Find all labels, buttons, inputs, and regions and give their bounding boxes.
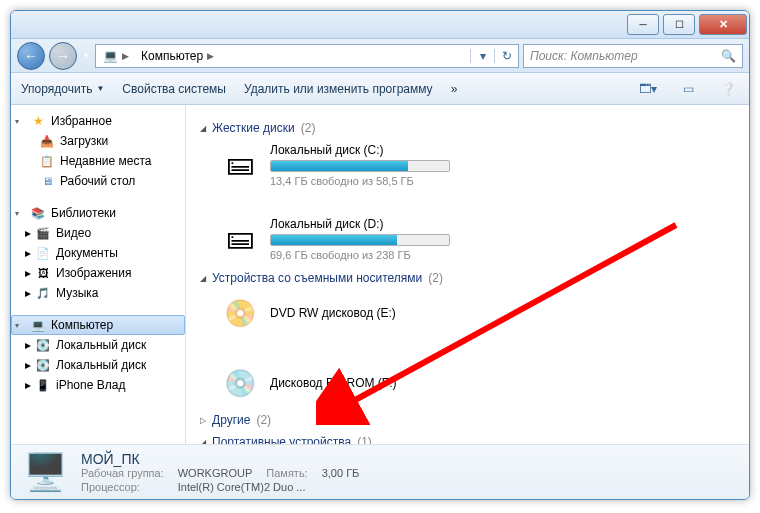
expand-icon: ▷ [200,416,206,425]
memory-value: 3,00 ГБ [322,467,360,479]
content-pane: ◢ Жесткие диски (2) 🖴 Локальный диск (C:… [186,105,749,444]
collapse-icon: ▾ [15,117,25,126]
forward-button[interactable]: → [49,42,77,70]
expand-icon: ▸ [25,266,31,280]
recent-icon [39,153,55,169]
favorites-group[interactable]: ▾ ★ Избранное [11,111,185,131]
dropdown-icon[interactable]: ▾ [470,49,494,63]
cpu-value: Intel(R) Core(TM)2 Duo ... [178,481,360,493]
capacity-bar [270,160,450,172]
phone-icon [35,377,51,393]
address-label: Компьютер [141,49,203,63]
cpu-label: Процессор: [81,481,164,493]
drive-bdrom[interactable]: 💿 Дисковод BD-ROM (F:) [220,363,480,403]
star-icon: ★ [30,113,46,129]
address-root[interactable]: 💻 ▶ [96,45,135,67]
history-dropdown[interactable]: ▾ [81,51,91,60]
chevron-right-icon: ▶ [207,51,214,61]
system-properties-button[interactable]: Свойства системы [122,82,226,96]
sidebar-item-disk-d[interactable]: ▸Локальный диск [11,355,185,375]
computer-icon: 💻 [102,48,118,64]
video-icon [35,225,51,241]
sidebar-item-videos[interactable]: ▸Видео [11,223,185,243]
address-segment-computer[interactable]: Компьютер ▶ [135,45,220,67]
library-icon [30,205,46,221]
overflow-button[interactable]: » [451,82,458,96]
details-name: МОЙ_ПК [81,451,359,467]
collapse-icon: ▾ [15,321,25,330]
sidebar-item-iphone[interactable]: ▸iPhone Влад [11,375,185,395]
group-portable[interactable]: ◢ Портативные устройства (1) [200,435,735,444]
expand-icon: ▸ [25,286,31,300]
expand-icon: ▸ [25,378,31,392]
disk-icon [35,357,51,373]
explorer-window: ← → ▾ 💻 ▶ Компьютер ▶ ▾ ↻ Поиск: Компьют… [10,10,750,500]
downloads-icon [39,133,55,149]
search-icon[interactable]: 🔍 [721,49,736,63]
sidebar-item-disk-c[interactable]: ▸Локальный диск [11,335,185,355]
hdd-icon: 🖴 [220,217,260,257]
collapse-icon: ◢ [200,438,206,445]
drive-dvd[interactable]: 📀 DVD RW дисковод (E:) [220,293,480,333]
capacity-bar [270,234,450,246]
nav-bar: ← → ▾ 💻 ▶ Компьютер ▶ ▾ ↻ Поиск: Компьют… [11,39,749,73]
command-bar: Упорядочить▼ Свойства системы Удалить ил… [11,73,749,105]
minimize-button[interactable] [627,14,659,35]
expand-icon: ▸ [25,246,31,260]
preview-pane-button[interactable]: ▭ [677,78,699,100]
details-pane: 🖥️ МОЙ_ПК Рабочая группа: WORKGROUP Памя… [11,444,749,499]
expand-icon: ▸ [25,226,31,240]
desktop-icon [39,173,55,189]
expand-icon: ▸ [25,358,31,372]
music-icon [35,285,51,301]
search-input[interactable]: Поиск: Компьютер 🔍 [523,44,743,68]
chevron-right-icon: ▶ [122,51,129,61]
computer-icon [30,317,46,333]
bdrom-icon: 💿 [220,363,260,403]
sidebar-item-documents[interactable]: ▸Документы [11,243,185,263]
back-button[interactable]: ← [17,42,45,70]
titlebar [11,11,749,39]
group-removable[interactable]: ◢ Устройства со съемными носителями (2) [200,271,735,285]
help-button[interactable]: ❔ [717,78,739,100]
organize-menu[interactable]: Упорядочить▼ [21,82,104,96]
search-placeholder: Поиск: Компьютер [530,49,638,63]
sidebar-item-desktop[interactable]: Рабочий стол [11,171,185,191]
drive-d[interactable]: 🖴 Локальный диск (D:) 69,6 ГБ свободно и… [220,217,480,261]
sidebar-item-music[interactable]: ▸Музыка [11,283,185,303]
memory-label: Память: [266,467,307,479]
group-other[interactable]: ▷ Другие (2) [200,413,735,427]
workgroup-label: Рабочая группа: [81,467,164,479]
disk-icon [35,337,51,353]
maximize-button[interactable] [663,14,695,35]
dvd-icon: 📀 [220,293,260,333]
collapse-icon: ◢ [200,124,206,133]
sidebar-item-recent[interactable]: Недавние места [11,151,185,171]
expand-icon: ▸ [25,338,31,352]
view-options-button[interactable]: 🗔▾ [637,78,659,100]
sidebar-item-pictures[interactable]: ▸Изображения [11,263,185,283]
hdd-icon: 🖴 [220,143,260,183]
group-hard-drives[interactable]: ◢ Жесткие диски (2) [200,121,735,135]
refresh-button[interactable]: ↻ [494,49,518,63]
close-button[interactable] [699,14,747,35]
document-icon [35,245,51,261]
computer-group[interactable]: ▾ Компьютер [11,315,185,335]
collapse-icon: ▾ [15,209,25,218]
navigation-pane: ▾ ★ Избранное Загрузки Недавние места Ра… [11,105,186,444]
collapse-icon: ◢ [200,274,206,283]
uninstall-program-button[interactable]: Удалить или изменить программу [244,82,433,96]
libraries-group[interactable]: ▾ Библиотеки [11,203,185,223]
picture-icon [35,265,51,281]
sidebar-item-downloads[interactable]: Загрузки [11,131,185,151]
workgroup-value: WORKGROUP [178,467,253,479]
chevron-down-icon: ▼ [96,84,104,93]
computer-large-icon: 🖥️ [21,449,69,495]
drive-c[interactable]: 🖴 Локальный диск (C:) 13,4 ГБ свободно и… [220,143,480,187]
address-bar[interactable]: 💻 ▶ Компьютер ▶ ▾ ↻ [95,44,519,68]
